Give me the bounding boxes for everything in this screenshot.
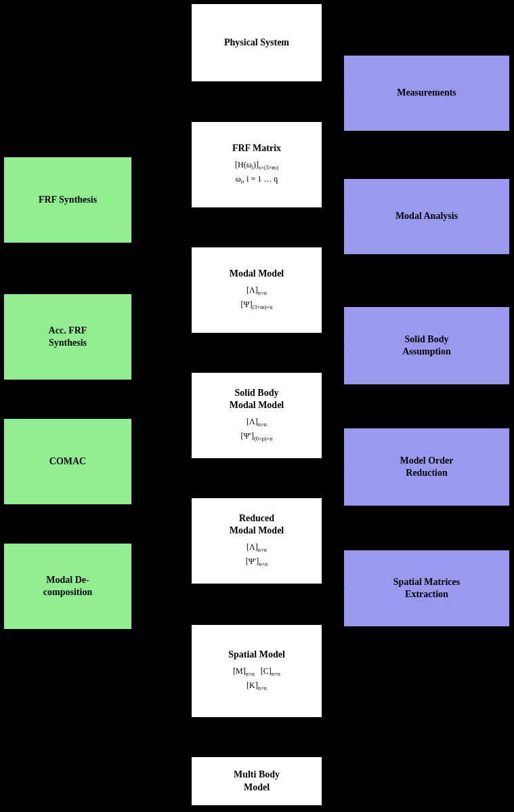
spatial-matrices-extraction-title: Spatial MatricesExtraction <box>393 576 460 601</box>
modal-decomposition-title: Modal De-composition <box>43 574 92 598</box>
modal-model-title: Modal Model <box>230 268 284 280</box>
modal-analysis-title: Modal Analysis <box>395 210 458 222</box>
spatial-model-box: Spatial Model [M]n×n [C]n×n [K]n×n <box>190 624 323 718</box>
modal-model-content: [Λ]n×n [Ψ](3×m)×n <box>241 284 273 312</box>
modal-decomposition-box: Modal De-composition <box>3 542 133 630</box>
solid-body-assumption-box: Solid BodyAssumption <box>343 306 511 386</box>
frf-matrix-content: [H(ωi)]s×(3×m) ωi, i = 1 … q <box>235 159 278 187</box>
svg-marker-35 <box>184 333 190 341</box>
solid-body-modal-model-box: Solid BodyModal Model [Λ]n×n [Ψ′](6×p)×n <box>190 371 323 460</box>
solid-body-modal-model-content: [Λ]n×n [Ψ′](6×p)×n <box>240 415 272 444</box>
spatial-matrices-extraction-box: Spatial MatricesExtraction <box>343 549 511 628</box>
frf-synthesis-box: FRF Synthesis <box>3 156 133 244</box>
model-order-reduction-title: Model OrderReduction <box>400 455 454 479</box>
acc-frf-synthesis-title: Acc. FRFSynthesis <box>49 325 87 349</box>
multi-body-model-title: Multi BodyModel <box>234 769 280 793</box>
reduced-modal-model-box: ReducedModal Model [Λ]n×n [Ψ′]n×n <box>190 497 323 585</box>
svg-marker-5 <box>253 365 261 371</box>
modal-model-box: Modal Model [Λ]n×n [Ψ](3×m)×n <box>190 246 323 334</box>
svg-marker-3 <box>253 239 261 246</box>
solid-body-modal-model-title: Solid BodyModal Model <box>230 387 284 411</box>
svg-marker-33 <box>184 196 190 204</box>
measurements-title: Measurements <box>397 87 456 99</box>
spatial-model-content: [M]n×n [C]n×n [K]n×n <box>233 665 280 693</box>
frf-matrix-box: FRF Matrix [H(ωi)]s×(3×m) ωi, i = 1 … q <box>190 121 323 209</box>
physical-system-box: Physical System <box>190 3 323 83</box>
svg-marker-11 <box>253 749 261 756</box>
frf-synthesis-title: FRF Synthesis <box>39 194 97 206</box>
physical-system-title: Physical System <box>224 37 289 49</box>
spatial-model-title: Spatial Model <box>228 649 285 661</box>
reduced-modal-model-content: [Λ]n×n [Ψ′]n×n <box>246 541 268 569</box>
modal-analysis-box: Modal Analysis <box>343 178 511 256</box>
solid-body-assumption-title: Solid BodyAssumption <box>402 333 451 358</box>
diagram-container: Physical System FRF Matrix [H(ωi)]s×(3×m… <box>0 0 514 812</box>
acc-frf-synthesis-box: Acc. FRFSynthesis <box>3 293 133 381</box>
comac-title: COMAC <box>49 455 86 468</box>
svg-marker-1 <box>253 114 261 121</box>
comac-box: COMAC <box>3 418 133 506</box>
svg-marker-39 <box>184 582 190 590</box>
svg-marker-7 <box>253 490 261 497</box>
measurements-box: Measurements <box>343 54 511 132</box>
model-order-reduction-box: Model OrderReduction <box>343 427 511 507</box>
svg-marker-37 <box>184 458 190 466</box>
svg-marker-9 <box>253 617 261 624</box>
reduced-modal-model-title: ReducedModal Model <box>230 512 284 537</box>
multi-body-model-box: Multi BodyModel <box>190 756 323 807</box>
frf-matrix-title: FRF Matrix <box>232 142 281 155</box>
